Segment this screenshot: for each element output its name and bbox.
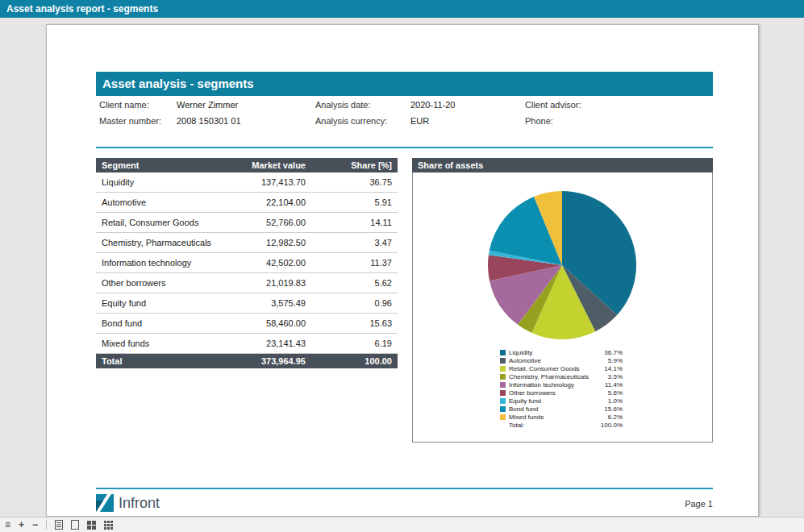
toolbar-divider: [46, 520, 47, 530]
legend-percent: 6.2%: [595, 414, 623, 421]
legend-percent: 100.0%: [595, 422, 623, 429]
legend-swatch: [500, 382, 506, 388]
table-cell: Other borrowers: [96, 278, 233, 288]
legend-label: Equity fund: [509, 397, 595, 405]
table-row: Other borrowers21,019.835.62: [96, 273, 398, 293]
table-cell: Automotive: [96, 197, 233, 207]
table-cell: 22,104.00: [233, 197, 306, 207]
report-viewport[interactable]: Asset analysis - segments Client name: W…: [0, 18, 804, 517]
legend-percent: 15.6%: [595, 405, 623, 413]
page-number: Page 1: [96, 499, 713, 509]
table-cell: 21,019.83: [233, 278, 306, 288]
legend-item: Chemistry, Pharmaceuticals3.5%: [500, 372, 623, 380]
client-name-value: Werner Zimmer: [177, 100, 238, 110]
legend-percent: 11.4%: [595, 381, 623, 389]
legend-item: Bond fund15.6%: [500, 405, 623, 413]
legend-label: Retail, Consumer Goods: [509, 365, 595, 372]
table-cell: 5.62: [306, 278, 398, 288]
report-page: Asset analysis - segments Client name: W…: [46, 24, 759, 517]
table-row: Liquidity137,413.7036.75: [96, 172, 398, 193]
legend-swatch: [500, 398, 506, 404]
legend-swatch: [500, 406, 506, 412]
total-market-value: 373,964.95: [233, 356, 306, 366]
chart-legend: Liquidity36.7%Automotive5.9%Retail, Cons…: [500, 348, 623, 429]
table-row: Information technology42,502.0011.37: [96, 253, 398, 273]
legend-item: Other borrowers5.6%: [500, 389, 623, 397]
legend-label: Liquidity: [509, 349, 595, 356]
pie-chart: [487, 190, 637, 340]
analysis-date-label: Analysis date:: [315, 100, 370, 110]
legend-swatch-empty: [500, 422, 506, 428]
table-cell: 23,141.43: [233, 339, 306, 348]
thumbnails-view-button[interactable]: [104, 521, 113, 530]
segment-table: Segment Market value Share [%] Liquidity…: [96, 158, 398, 368]
zoom-in-button[interactable]: +: [19, 520, 24, 530]
legend-percent: 1.0%: [595, 397, 623, 405]
window-title: Asset analysis report - segments: [6, 3, 158, 15]
master-number-label: Master number:: [99, 116, 161, 126]
segment-table-body: Liquidity137,413.7036.75Automotive22,104…: [96, 172, 398, 354]
legend-item: Liquidity36.7%: [500, 348, 623, 356]
legend-swatch: [500, 414, 506, 420]
table-cell: 0.96: [306, 298, 398, 308]
table-row: Mixed funds23,141.436.19: [96, 334, 398, 354]
legend-label: Information technology: [509, 381, 595, 389]
legend-percent: 5.6%: [595, 389, 623, 397]
table-cell: 42,502.00: [233, 258, 306, 268]
table-cell: 36.75: [306, 177, 398, 187]
table-cell: 12,982.50: [233, 238, 306, 247]
table-cell: Equity fund: [96, 298, 233, 308]
legend-swatch: [500, 390, 506, 396]
menu-icon[interactable]: ≡: [5, 520, 10, 530]
legend-item: Retail, Consumer Goods14.1%: [500, 364, 623, 372]
table-cell: 3,575.49: [233, 298, 306, 308]
document-view-button[interactable]: [55, 520, 63, 530]
table-cell: 11.37: [306, 258, 398, 268]
single-page-view-button[interactable]: [71, 520, 79, 530]
table-cell: Bond fund: [96, 318, 233, 328]
legend-item: Mixed funds6.2%: [500, 413, 623, 421]
legend-percent: 14.1%: [595, 365, 623, 372]
table-header-row: Segment Market value Share [%]: [96, 158, 398, 172]
footer-separator-line: [96, 488, 713, 489]
legend-label: Total:: [509, 422, 595, 429]
legend-label: Chemistry, Pharmaceuticals: [509, 373, 595, 380]
zoom-out-button[interactable]: −: [32, 520, 38, 530]
total-share: 100.00: [306, 356, 398, 366]
share-of-assets-panel: Share of assets Liquidity36.7%Automotive…: [412, 158, 713, 443]
table-row: Chemistry, Pharmaceuticals12,982.503.47: [96, 233, 398, 253]
table-cell: 52,766.00: [233, 218, 306, 227]
chart-area: Liquidity36.7%Automotive5.9%Retail, Cons…: [412, 172, 713, 443]
client-name-label: Client name:: [99, 100, 149, 110]
table-header-share: Share [%]: [306, 160, 398, 170]
analysis-date-value: 2020-11-20: [410, 100, 455, 110]
table-cell: 15.63: [306, 318, 398, 328]
table-cell: 14.11: [306, 218, 398, 227]
grid-view-button[interactable]: [87, 521, 96, 530]
client-advisor-label: Client advisor:: [525, 100, 581, 110]
table-cell: Retail, Consumer Goods: [96, 218, 233, 227]
header-separator-line: [96, 147, 713, 148]
table-header-segment: Segment: [96, 160, 233, 170]
table-cell: Liquidity: [96, 177, 233, 187]
legend-swatch: [500, 350, 506, 355]
total-label: Total: [96, 356, 233, 366]
table-row: Bond fund58,460.0015.63: [96, 314, 398, 334]
legend-label: Automotive: [509, 357, 595, 364]
table-cell: Information technology: [96, 258, 233, 268]
table-row: Automotive22,104.005.91: [96, 193, 398, 213]
legend-total-row: Total:100.0%: [500, 421, 623, 429]
table-cell: Mixed funds: [96, 339, 233, 348]
legend-item: Information technology11.4%: [500, 380, 623, 389]
table-row: Retail, Consumer Goods52,766.0014.11: [96, 213, 398, 233]
legend-percent: 3.5%: [595, 373, 623, 380]
table-cell: 6.19: [306, 339, 398, 348]
legend-label: Other borrowers: [509, 389, 595, 397]
table-header-market-value: Market value: [233, 160, 306, 170]
table-total-row: Total 373,964.95 100.00: [96, 354, 398, 368]
table-cell: 3.47: [306, 238, 398, 247]
phone-label: Phone:: [525, 116, 553, 126]
table-row: Equity fund3,575.490.96: [96, 293, 398, 314]
report-title: Asset analysis - segments: [102, 77, 254, 90]
legend-swatch: [500, 366, 506, 372]
